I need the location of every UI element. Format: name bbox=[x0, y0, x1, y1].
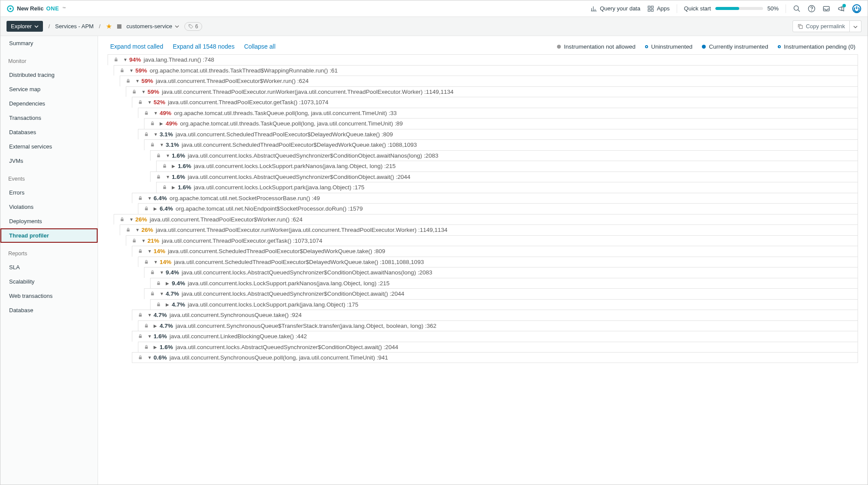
tree-row[interactable]: ▶1.6%java.util.concurrent.locks.LockSupp… bbox=[156, 161, 858, 172]
tree-row[interactable]: ▼21%java.util.concurrent.ThreadPoolExecu… bbox=[126, 235, 858, 246]
tree-row[interactable]: ▼26%java.util.concurrent.ThreadPoolExecu… bbox=[120, 224, 858, 235]
sidebar-item-web-transactions[interactable]: Web transactions bbox=[0, 289, 98, 303]
sidebar-item-dependencies[interactable]: Dependencies bbox=[0, 96, 98, 111]
collapse-toggle[interactable]: ▼ bbox=[135, 79, 140, 83]
apps-button[interactable]: Apps bbox=[647, 5, 670, 12]
expand-toggle[interactable]: ▶ bbox=[172, 164, 176, 168]
brand-logo[interactable]: New Relic ONE ™ bbox=[7, 5, 66, 13]
tree-row[interactable]: ▶6.4%org.apache.tomcat.util.net.NioEndpo… bbox=[138, 203, 858, 214]
sidebar-item-thread-profiler[interactable]: Thread profiler bbox=[0, 228, 98, 243]
expand-toggle[interactable]: ▶ bbox=[166, 281, 170, 286]
sidebar-item-sla[interactable]: SLA bbox=[0, 260, 98, 274]
search-button[interactable] bbox=[793, 5, 801, 13]
sidebar-item-databases[interactable]: Databases bbox=[0, 125, 98, 139]
tree-row[interactable]: ▼59%org.apache.tomcat.util.threads.TaskT… bbox=[114, 65, 858, 76]
quickstart-progress[interactable]: Quick start 50% bbox=[684, 5, 779, 12]
collapse-toggle[interactable]: ▼ bbox=[147, 196, 152, 201]
tags-button[interactable]: 6 bbox=[184, 22, 202, 31]
star-icon[interactable]: ★ bbox=[106, 22, 112, 30]
expand-toggle[interactable]: ▶ bbox=[172, 185, 176, 190]
tree-row[interactable]: ▶1.6%java.util.concurrent.locks.LockSupp… bbox=[156, 182, 858, 193]
collapse-toggle[interactable]: ▼ bbox=[129, 68, 134, 73]
collapse-toggle[interactable]: ▼ bbox=[160, 142, 164, 147]
collapse-toggle[interactable]: ▼ bbox=[141, 238, 146, 243]
tree-row[interactable]: ▶1.6%java.util.concurrent.locks.Abstract… bbox=[138, 342, 858, 353]
expand-all-link[interactable]: Expand all 1548 nodes bbox=[173, 43, 234, 50]
collapse-toggle[interactable]: ▼ bbox=[135, 228, 140, 232]
svg-rect-38 bbox=[145, 325, 147, 327]
collapse-toggle[interactable]: ▼ bbox=[147, 313, 152, 317]
collapse-toggle[interactable]: ▼ bbox=[147, 249, 152, 254]
tree-row[interactable]: ▼59%java.util.concurrent.ThreadPoolExecu… bbox=[120, 76, 858, 86]
expand-toggle[interactable]: ▶ bbox=[154, 323, 158, 328]
tree-row[interactable]: ▼1.6%java.util.concurrent.LinkedBlocking… bbox=[132, 331, 858, 342]
tree-row[interactable]: ▼4.7%java.util.concurrent.locks.Abstract… bbox=[144, 288, 858, 299]
tree-row[interactable]: ▼26%java.util.concurrent.ThreadPoolExecu… bbox=[114, 214, 858, 225]
collapse-toggle[interactable]: ▼ bbox=[154, 260, 158, 264]
expand-toggle[interactable]: ▶ bbox=[160, 121, 164, 126]
tree-row[interactable]: ▶49%org.apache.tomcat.util.threads.TaskQ… bbox=[144, 118, 858, 129]
method-label: java.util.concurrent.locks.LockSupport.p… bbox=[194, 163, 396, 169]
tree-row[interactable]: ▼9.4%java.util.concurrent.locks.Abstract… bbox=[144, 267, 858, 278]
tree-row[interactable]: ▼94%java.lang.Thread.run() :748 bbox=[108, 54, 858, 65]
sidebar-item-service-map[interactable]: Service map bbox=[0, 82, 98, 96]
tree-row[interactable]: ▼52%java.util.concurrent.ThreadPoolExecu… bbox=[132, 97, 858, 108]
tree-row[interactable]: ▼3.1%java.util.concurrent.ScheduledThrea… bbox=[138, 129, 858, 140]
permalink-menu-button[interactable] bbox=[850, 20, 861, 32]
tree-row[interactable]: ▼3.1%java.util.concurrent.ScheduledThrea… bbox=[144, 139, 858, 150]
service-select[interactable]: customers-service bbox=[127, 23, 179, 30]
tree-row[interactable]: ▼1.6%java.util.concurrent.locks.Abstract… bbox=[150, 172, 858, 182]
tree-row[interactable]: ▼4.7%java.util.concurrent.SynchronousQue… bbox=[132, 310, 858, 320]
percent-label: 1.6% bbox=[154, 333, 167, 340]
tree-row[interactable]: ▼14%java.util.concurrent.ScheduledThread… bbox=[138, 257, 858, 267]
sidebar-item-jvms[interactable]: JVMs bbox=[0, 154, 98, 168]
collapse-toggle[interactable]: ▼ bbox=[141, 89, 146, 94]
expand-toggle[interactable]: ▶ bbox=[154, 206, 158, 211]
sidebar-item-scalability[interactable]: Scalability bbox=[0, 274, 98, 289]
expand-toggle[interactable]: ▶ bbox=[166, 302, 170, 307]
tree-row[interactable]: ▶4.7%java.util.concurrent.SynchronousQue… bbox=[138, 320, 858, 331]
method-label: java.util.concurrent.ThreadPoolExecutor.… bbox=[162, 238, 322, 244]
collapse-toggle[interactable]: ▼ bbox=[129, 217, 134, 222]
sidebar-item-database[interactable]: Database bbox=[0, 303, 98, 317]
explorer-button[interactable]: Explorer bbox=[7, 21, 43, 32]
collapse-toggle[interactable]: ▼ bbox=[160, 270, 164, 275]
collapse-toggle[interactable]: ▼ bbox=[166, 153, 170, 158]
query-your-data-button[interactable]: Query your data bbox=[590, 5, 640, 12]
sidebar-item-violations[interactable]: Violations bbox=[0, 200, 98, 214]
sidebar-item-summary[interactable]: Summary bbox=[0, 36, 98, 50]
expand-toggle[interactable]: ▶ bbox=[154, 345, 158, 350]
expand-most-called-link[interactable]: Expand most called bbox=[110, 43, 163, 50]
collapse-toggle[interactable]: ▼ bbox=[154, 132, 158, 137]
method-label: java.util.concurrent.ThreadPoolExecutor$… bbox=[150, 216, 302, 223]
collapse-toggle[interactable]: ▼ bbox=[123, 57, 128, 62]
account-button[interactable] bbox=[852, 4, 861, 13]
tree-row[interactable]: ▼14%java.util.concurrent.ScheduledThread… bbox=[132, 246, 858, 257]
help-button[interactable] bbox=[808, 5, 816, 13]
tree-row[interactable]: ▼49%org.apache.tomcat.util.threads.TaskQ… bbox=[138, 108, 858, 119]
collapse-toggle[interactable]: ▼ bbox=[147, 355, 152, 360]
collapse-toggle[interactable]: ▼ bbox=[154, 111, 158, 115]
sidebar-item-deployments[interactable]: Deployments bbox=[0, 214, 98, 228]
crumb-services[interactable]: Services - APM bbox=[55, 23, 94, 30]
sidebar-item-distributed-tracing[interactable]: Distributed tracing bbox=[0, 68, 98, 82]
collapse-all-link[interactable]: Collapse all bbox=[244, 43, 275, 50]
copy-permalink-button[interactable]: Copy permalink bbox=[793, 20, 850, 32]
feedback-button[interactable] bbox=[822, 5, 830, 13]
svg-point-11 bbox=[190, 25, 190, 26]
tree-row[interactable]: ▼59%java.util.concurrent.ThreadPoolExecu… bbox=[126, 86, 858, 97]
collapse-toggle[interactable]: ▼ bbox=[166, 175, 170, 179]
tree-row[interactable]: ▼6.4%org.apache.tomcat.util.net.SocketPr… bbox=[132, 193, 858, 204]
sidebar-item-errors[interactable]: Errors bbox=[0, 185, 98, 200]
collapse-toggle[interactable]: ▼ bbox=[147, 334, 152, 339]
svg-rect-2 bbox=[648, 6, 650, 8]
tree-row[interactable]: ▶9.4%java.util.concurrent.locks.LockSupp… bbox=[150, 278, 858, 289]
tree-row[interactable]: ▶4.7%java.util.concurrent.locks.LockSupp… bbox=[150, 299, 858, 310]
sidebar-item-external-services[interactable]: External services bbox=[0, 139, 98, 154]
collapse-toggle[interactable]: ▼ bbox=[160, 291, 164, 296]
sidebar-item-transactions[interactable]: Transactions bbox=[0, 111, 98, 125]
tree-row[interactable]: ▼0.6%java.util.concurrent.SynchronousQue… bbox=[132, 352, 858, 363]
tree-row[interactable]: ▼1.6%java.util.concurrent.locks.Abstract… bbox=[150, 150, 858, 161]
collapse-toggle[interactable]: ▼ bbox=[147, 100, 152, 105]
notifications-button[interactable] bbox=[837, 5, 845, 13]
